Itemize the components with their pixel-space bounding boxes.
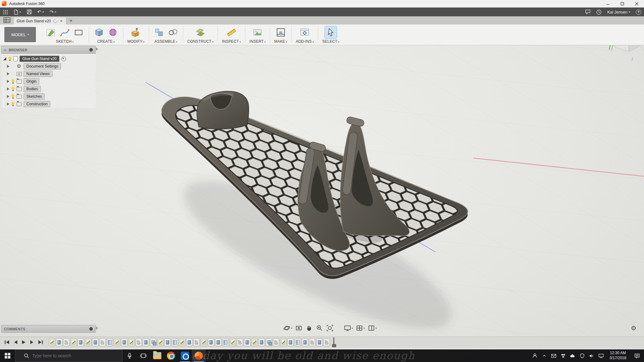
timeline-step-forward-icon[interactable] — [30, 340, 34, 344]
viewports-icon[interactable]: ▾ — [368, 324, 377, 332]
new-body-icon[interactable] — [93, 26, 105, 38]
construct-menu[interactable]: CONSTRUCT — [187, 39, 214, 44]
taskbar-search[interactable] — [15, 349, 123, 362]
timeline-feature-icon[interactable] — [309, 338, 315, 346]
tree-item-label[interactable]: Origin — [24, 78, 39, 85]
tree-item-label[interactable]: Sketches — [24, 93, 45, 100]
timeline-feature-icon[interactable] — [107, 338, 113, 346]
sketch-menu[interactable]: SKETCH — [56, 39, 74, 44]
outlook-icon[interactable] — [178, 349, 192, 362]
3d-print-icon[interactable] — [275, 26, 287, 38]
look-at-icon[interactable] — [295, 324, 303, 332]
browser-tree-row[interactable]: Sketches — [1, 93, 96, 100]
collapse-panel-icon[interactable]: « — [4, 48, 6, 52]
browser-tree-row[interactable]: Bodies — [1, 85, 96, 93]
tree-item-label[interactable]: Construction — [24, 101, 50, 107]
timeline-feature-icon[interactable] — [121, 338, 127, 346]
user-account-menu[interactable]: Kai Jensen — [604, 8, 633, 16]
timeline-feature-icon[interactable] — [316, 338, 323, 346]
file-menu-icon[interactable] — [11, 8, 24, 16]
insert-menu[interactable]: INSERT — [249, 39, 266, 44]
browser-tree-row[interactable]: Origin — [1, 78, 96, 85]
timeline-feature-icon[interactable] — [143, 338, 149, 346]
timeline-feature-icon[interactable] — [78, 338, 84, 346]
timeline-feature-icon[interactable] — [164, 338, 171, 346]
timeline-feature-icon[interactable] — [251, 338, 258, 346]
fit-icon[interactable] — [326, 324, 334, 332]
timeline-feature-icon[interactable] — [150, 338, 156, 346]
timeline-feature-icon[interactable] — [186, 338, 192, 346]
visibility-bulb-icon[interactable] — [8, 57, 12, 61]
browser-tree-row[interactable]: Named Views — [1, 70, 96, 78]
network-icon[interactable] — [596, 349, 606, 362]
browser-tree-row[interactable]: Document Settings — [1, 63, 96, 70]
taskbar-clock[interactable]: 12:30 AM 3/17/2018 — [606, 349, 630, 362]
orbit-icon[interactable]: ▾ — [283, 324, 292, 332]
viewport-3d[interactable] — [0, 0, 644, 362]
visibility-bulb-icon[interactable] — [11, 94, 15, 99]
timeline-feature-icon[interactable] — [114, 338, 120, 346]
timeline-step-back-icon[interactable] — [14, 340, 18, 344]
timeline-feature-icon[interactable] — [63, 338, 69, 346]
timeline-position-marker[interactable] — [331, 337, 336, 347]
spline-icon[interactable] — [59, 26, 71, 38]
redo-icon[interactable]: ↷ — [47, 8, 59, 16]
browser-options-icon[interactable] — [89, 48, 93, 52]
inspect-menu[interactable]: INSPECT — [222, 39, 241, 44]
timeline-feature-icon[interactable] — [222, 338, 229, 346]
people-icon[interactable] — [530, 349, 540, 362]
timeline-feature-icon[interactable] — [179, 338, 185, 346]
tab-close-icon[interactable]: ✕ — [60, 19, 63, 23]
timeline-feature-icon[interactable] — [258, 338, 265, 346]
document-tab-label[interactable]: Glue Gun Stand v20 — [17, 19, 51, 23]
panel-flyout-handle[interactable] — [96, 47, 98, 51]
modify-menu[interactable]: MODIFY — [127, 39, 145, 44]
undo-icon[interactable]: ↶ — [35, 8, 47, 16]
timeline-feature-icon[interactable] — [157, 338, 164, 346]
expand-icon[interactable] — [7, 95, 9, 98]
create-sketch-icon[interactable] — [45, 26, 57, 38]
comments-options-icon[interactable] — [89, 327, 93, 331]
timeline-feature-icon[interactable] — [56, 338, 62, 346]
maximize-button[interactable] — [615, 0, 630, 7]
make-menu[interactable]: MAKE — [274, 39, 287, 44]
addins-menu[interactable]: ADD-INS — [296, 39, 314, 44]
assemble-menu[interactable]: ASSEMBLE — [154, 39, 177, 44]
press-pull-icon[interactable] — [130, 26, 142, 38]
timeline-feature-icon[interactable] — [208, 338, 214, 346]
timeline-feature-icon[interactable] — [273, 338, 279, 346]
start-button[interactable] — [0, 349, 15, 362]
create-menu[interactable]: CREATE — [97, 39, 115, 44]
clock-icon[interactable] — [593, 8, 604, 16]
data-panel-toggle-icon[interactable] — [3, 17, 11, 24]
visibility-bulb-icon[interactable] — [11, 79, 15, 84]
minimize-button[interactable] — [601, 0, 615, 7]
comments-header[interactable]: COMMENTS — [1, 325, 96, 333]
chrome-icon[interactable] — [164, 349, 178, 362]
addins-icon[interactable] — [299, 26, 311, 38]
visibility-bulb-icon[interactable] — [11, 87, 15, 91]
joint-icon[interactable] — [167, 26, 179, 38]
timeline-feature-icon[interactable] — [193, 338, 200, 346]
timeline-feature-icon[interactable] — [215, 338, 221, 346]
browser-header[interactable]: « BROWSER — [1, 46, 96, 54]
browser-root-label[interactable]: Glue Gun Stand v20 — [19, 56, 59, 62]
mail-icon[interactable] — [549, 349, 558, 362]
timeline-feature-icon[interactable] — [244, 338, 250, 346]
comment-icon[interactable] — [582, 8, 593, 16]
zoom-icon[interactable] — [316, 324, 323, 332]
grid-settings-icon[interactable]: ▾ — [356, 324, 365, 332]
rectangle-tool-icon[interactable] — [73, 26, 85, 38]
expand-icon[interactable] — [3, 57, 6, 60]
select-tool-icon[interactable] — [325, 26, 337, 38]
timeline-feature-icon[interactable] — [287, 338, 294, 346]
app-grid-icon[interactable] — [0, 8, 11, 16]
timeline-feature-icon[interactable] — [49, 338, 55, 346]
expand-icon[interactable] — [7, 65, 9, 68]
fusion-taskbar-icon[interactable] — [192, 349, 206, 362]
timeline-play-icon[interactable] — [22, 340, 26, 344]
timeline-feature-icon[interactable] — [70, 338, 77, 346]
tree-item-label[interactable]: Bodies — [24, 86, 41, 92]
timeline-feature-icon[interactable] — [128, 338, 135, 346]
timeline-feature-icon[interactable] — [230, 338, 236, 346]
